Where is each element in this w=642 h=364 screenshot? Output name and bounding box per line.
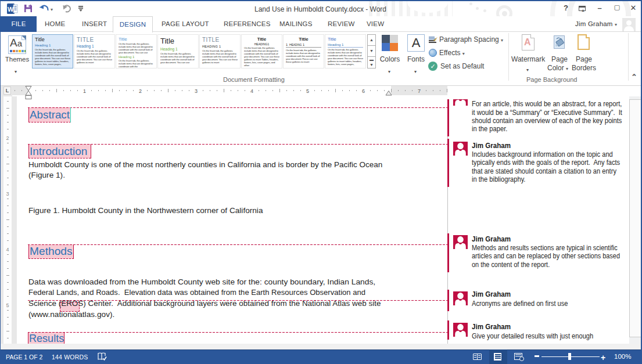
svg-text:W: W [8, 6, 14, 13]
